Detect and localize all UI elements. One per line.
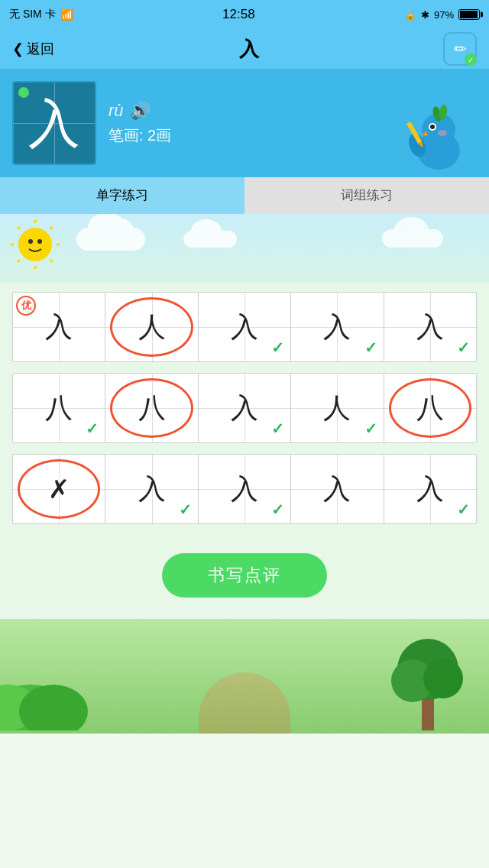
- check-mark: ✓: [364, 419, 377, 438]
- cell-char: 入: [416, 313, 444, 341]
- back-button[interactable]: ❮ 返回: [12, 40, 54, 58]
- cell-char: 入: [231, 475, 258, 503]
- practice-cell[interactable]: 入 ✓: [199, 293, 291, 361]
- edit-button[interactable]: ✏ ✓: [443, 32, 477, 66]
- sound-icon[interactable]: 🔊: [130, 101, 151, 121]
- cell-char: 入: [323, 313, 351, 341]
- practice-cell[interactable]: 人 ✓: [291, 374, 384, 442]
- svg-point-3: [430, 125, 435, 129]
- tab-group-label: 词组练习: [341, 186, 393, 204]
- pinyin-text: rù: [108, 101, 124, 121]
- svg-point-20: [28, 239, 33, 244]
- carrier-text: 无 SIM 卡: [9, 8, 56, 21]
- cell-char: 入: [416, 475, 444, 503]
- check-mark: ✓: [271, 500, 284, 519]
- review-button[interactable]: 书写点评: [162, 553, 327, 598]
- practice-cell[interactable]: 入 ✓: [384, 455, 476, 523]
- practice-cell[interactable]: 优 入: [13, 293, 105, 361]
- bluetooth-icon: ✱: [421, 9, 429, 21]
- practice-cell[interactable]: ✗: [13, 455, 105, 523]
- cell-char: 入: [231, 313, 258, 341]
- green-dot: [18, 87, 29, 98]
- practice-cell[interactable]: 八 ✓: [13, 374, 105, 442]
- left-bush: [0, 654, 107, 734]
- practice-cell[interactable]: 人: [105, 293, 198, 361]
- practice-area: 优 入 人 入 ✓ 入: [0, 214, 489, 734]
- cell-char: 入: [231, 394, 258, 422]
- check-mark: ✓: [457, 338, 470, 357]
- wifi-icon: 📶: [60, 8, 73, 21]
- status-bar: 无 SIM 卡 📶 12:58 🔒 ✱ 97%: [0, 0, 489, 29]
- svg-point-21: [37, 239, 42, 244]
- red-circle: [18, 459, 100, 519]
- tree-svg: [390, 631, 466, 730]
- check-mark: ✓: [86, 419, 99, 438]
- practice-content: 优 入 人 入 ✓ 入: [0, 283, 489, 619]
- svg-line-18: [50, 227, 53, 229]
- status-left: 无 SIM 卡 📶: [9, 8, 73, 21]
- check-mark: ✓: [271, 338, 284, 357]
- practice-cell[interactable]: 入 ✓: [199, 455, 291, 523]
- canvas-char: 入: [28, 97, 80, 149]
- cell-char: 八: [45, 394, 73, 422]
- practice-cell[interactable]: 入 ✓: [291, 293, 384, 361]
- tab-group[interactable]: 词组练习: [244, 177, 489, 214]
- svg-line-19: [18, 260, 20, 262]
- lock-icon: 🔒: [404, 9, 416, 21]
- cell-char: 人: [323, 394, 351, 422]
- you-badge: 优: [16, 296, 36, 316]
- sun-svg: [11, 220, 60, 270]
- check-mark: ✓: [179, 500, 192, 519]
- page-title: 入: [239, 36, 259, 63]
- svg-line-16: [18, 227, 20, 229]
- check-badge: ✓: [465, 53, 477, 66]
- right-tree: [390, 631, 466, 734]
- nav-bar: ❮ 返回 入 ✏ ✓: [0, 29, 489, 69]
- cloud-3: [382, 229, 443, 248]
- tab-single-label: 单字练习: [96, 186, 148, 204]
- practice-row-1: 优 入 人 入 ✓ 入: [12, 292, 477, 362]
- svg-point-28: [423, 659, 463, 698]
- practice-row-3: ✗ 入 ✓ 入 ✓ 入: [12, 454, 477, 524]
- practice-cell[interactable]: 入 ✓: [384, 293, 476, 361]
- cloud-1: [76, 228, 145, 251]
- red-circle: [110, 297, 193, 357]
- practice-cell[interactable]: 八: [105, 374, 198, 442]
- battery-icon: [458, 9, 480, 20]
- status-time: 12:58: [222, 7, 255, 22]
- mascot-svg: [385, 101, 477, 177]
- battery-text: 97%: [434, 9, 454, 21]
- bush-svg: [0, 654, 107, 730]
- cell-char: 入: [323, 475, 351, 503]
- practice-cell[interactable]: 入 ✓: [105, 455, 198, 523]
- pencil-icon: ✏: [454, 40, 467, 58]
- review-section: 书写点评: [12, 535, 477, 610]
- char-canvas: 入: [12, 81, 96, 165]
- check-mark: ✓: [457, 500, 470, 519]
- tab-bar: 单字练习 词组练习: [0, 177, 489, 214]
- char-info-panel: 入 rù 🔊 笔画: 2画: [0, 69, 489, 177]
- mascot-area: [385, 101, 477, 177]
- cloud-2: [183, 231, 237, 248]
- status-right: 🔒 ✱ 97%: [404, 9, 480, 21]
- check-mark: ✓: [271, 419, 284, 438]
- svg-point-11: [18, 228, 52, 261]
- chevron-left-icon: ❮: [12, 40, 24, 57]
- practice-cell[interactable]: 八: [384, 374, 476, 442]
- practice-row-2: 八 ✓ 八 入 ✓ 人: [12, 373, 477, 443]
- check-mark: ✓: [364, 338, 377, 357]
- path-decoration: [199, 672, 290, 734]
- red-circle: [110, 378, 193, 438]
- tab-single[interactable]: 单字练习: [0, 177, 244, 214]
- sky-scene: [0, 214, 489, 283]
- back-label: 返回: [27, 40, 54, 58]
- svg-point-8: [438, 130, 447, 136]
- sun-decoration: [11, 220, 60, 273]
- cell-char: 入: [45, 313, 73, 341]
- svg-line-17: [50, 260, 53, 262]
- practice-cell[interactable]: 入: [291, 455, 384, 523]
- bottom-scene: [0, 619, 489, 734]
- red-circle: [389, 378, 471, 438]
- cell-char: 入: [138, 475, 166, 503]
- practice-cell[interactable]: 入 ✓: [199, 374, 291, 442]
